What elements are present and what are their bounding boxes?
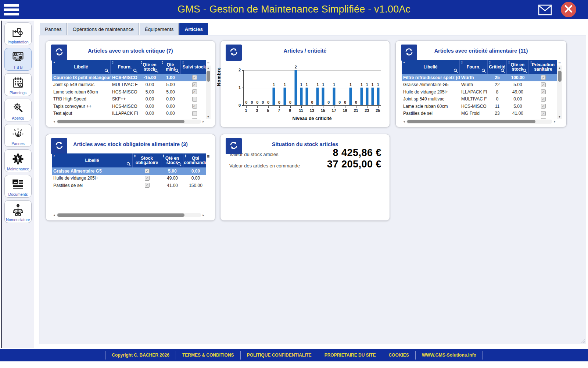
tab-pannes[interactable]: Pannes <box>40 23 67 35</box>
tab-articles[interactable]: Articles <box>179 23 208 35</box>
refresh-button[interactable] <box>51 138 67 154</box>
checkbox-checked[interactable]: ✓ <box>541 82 546 87</box>
column-header[interactable]: ▲▼Qté en stock <box>507 60 529 74</box>
table-row[interactable]: Joint sp 549 multivacMULTIVAC F0.005.00✓ <box>52 81 206 89</box>
column-header[interactable]: ▲Libellé <box>402 60 460 74</box>
column-header[interactable]: ▲▼Fourn. <box>111 60 139 74</box>
horizontal-scroll-thumb[interactable] <box>57 213 184 217</box>
column-header[interactable]: ▲▼Qté commande <box>183 153 208 167</box>
table-row[interactable]: Lame scie ruban 60cmHCS-MISCO115.00✓ <box>402 103 557 110</box>
footer-link-proprietaire-du-site[interactable]: PROPRIETAIRE DU SITE <box>318 351 383 360</box>
scroll-left-button[interactable]: ◄ <box>52 213 57 217</box>
checkbox-unchecked[interactable] <box>192 118 197 119</box>
table-row[interactable]: Pastilles de selMG Froid2341.00✓ <box>402 110 557 117</box>
horizontal-scrollbar[interactable]: ◄► <box>402 119 557 124</box>
sidebar-item-pannes[interactable]: Pannes <box>4 124 32 147</box>
vertical-scrollbar[interactable]: ≡ <box>206 153 211 212</box>
sidebar-item-maintenance[interactable]: Maintenance <box>4 149 32 172</box>
column-header[interactable]: ▲▼Qté en stock <box>139 60 160 74</box>
checkbox-checked[interactable]: ✓ <box>192 75 197 80</box>
column-header[interactable]: ▲Libellé <box>52 60 111 74</box>
footer-link-politique-confidentialite[interactable]: POLITIQUE CONFIDENTIALITE <box>241 351 318 360</box>
vertical-scrollbar[interactable]: ≡▲▼ <box>206 60 211 119</box>
scroll-right-button[interactable]: ► <box>552 119 557 124</box>
table-row[interactable]: Lame scie ruban 60cmHCS-MISCO5.005.00✓ <box>52 88 206 96</box>
table-menu-icon[interactable]: ≡ <box>206 60 211 66</box>
table-row[interactable]: Graisse Alimentaire G5Würth225.00✓ <box>402 81 557 89</box>
column-header[interactable]: ▲Libellé <box>52 153 133 167</box>
sidebar-item-documents[interactable]: Documents <box>4 175 32 198</box>
sidebar-item-apercu[interactable]: Aperçu <box>4 99 32 121</box>
horizontal-scrollbar[interactable]: ◄► <box>52 213 206 217</box>
table-row[interactable]: Filtre refroidisseur spetz (doc)Würth251… <box>402 74 557 81</box>
checkbox-unchecked[interactable] <box>192 111 197 116</box>
vertical-scrollbar[interactable]: ≡▲▼ <box>557 60 562 119</box>
sidebar-item-plannings[interactable]: Plannings <box>4 73 32 96</box>
column-header[interactable]: ▲▼Stock obligatoire <box>133 153 161 167</box>
sidebar-item-implantation[interactable]: Implantation <box>4 22 32 45</box>
checkbox-checked[interactable]: ✓ <box>145 176 150 181</box>
scroll-right-button[interactable]: ► <box>201 119 206 124</box>
checkbox-checked[interactable]: ✓ <box>192 104 197 109</box>
table-menu-icon[interactable]: ≡ <box>206 153 211 159</box>
column-header[interactable]: ▲▼Suivi stock <box>181 60 208 74</box>
refresh-button[interactable] <box>51 45 67 61</box>
column-header[interactable]: ▲▼Précaution sanitaire <box>529 60 558 74</box>
table-row[interactable]: Huile de vidange 205l+ILLAPACK FI849.00✓ <box>402 88 557 96</box>
scroll-right-button[interactable]: ► <box>201 213 206 217</box>
table-row[interactable]: Test ajoutILLAPACK FI0.000.00 <box>52 110 206 117</box>
footer-link-cookies[interactable]: COOKIES <box>382 351 415 360</box>
table-row[interactable]: Roulement 6300SKF++242.00✓ <box>402 117 557 119</box>
tab-op-rations-de-maintenance[interactable]: Opérations de maintenance <box>68 23 139 35</box>
scroll-up-button[interactable]: ▲ <box>206 66 211 70</box>
table-row[interactable]: Graisse Alimentaire G5✓5.000.00 <box>52 167 206 175</box>
table-row[interactable]: TRB High SpeedSKF++0.000.00 <box>52 96 206 103</box>
checkbox-checked[interactable]: ✓ <box>541 89 546 94</box>
sidebar-item-label: T d B <box>14 66 23 70</box>
checkbox-checked[interactable]: ✓ <box>541 111 546 116</box>
checkbox-checked[interactable]: ✓ <box>192 89 197 94</box>
sidebar-item-tdb[interactable]: T d B <box>4 48 32 71</box>
footer-link-www-gms-solutions-info[interactable]: WWW.GMS-Solutions.info <box>416 351 483 360</box>
footer-link-termes-conditions[interactable]: TERMES & CONDITIONS <box>176 351 241 360</box>
scroll-left-button[interactable]: ◄ <box>402 119 406 124</box>
table-row[interactable]: Courroie t8 petit mélangeur (dHCS-MISCO-… <box>52 74 206 81</box>
table-row[interactable]: Tapis convoyeur ++HCS-MISCO0.000.00✓ <box>52 103 206 110</box>
column-header[interactable]: ▲▼Fourn. <box>460 60 488 74</box>
checkbox-checked[interactable]: ✓ <box>541 104 546 109</box>
table-row[interactable]: Vis t20Würth0.000.00 <box>52 117 206 119</box>
checkbox-checked[interactable]: ✓ <box>145 183 150 188</box>
footer-link-copyright-c-bacher-2026[interactable]: Copyright C. BACHER 2026 <box>105 351 176 360</box>
mail-button[interactable] <box>538 4 552 15</box>
vertical-scroll-thumb[interactable] <box>558 71 562 82</box>
refresh-button[interactable] <box>401 45 417 61</box>
tab--quipements[interactable]: Équipements <box>140 23 179 35</box>
checkbox-unchecked[interactable] <box>192 97 197 102</box>
checkbox-checked[interactable]: ✓ <box>541 75 546 80</box>
scroll-down-button[interactable]: ▼ <box>557 114 562 119</box>
table-row[interactable]: Pastilles de sel✓41.00150.00 <box>52 182 206 189</box>
horizontal-scroll-thumb[interactable] <box>407 120 535 123</box>
checkbox-checked[interactable]: ✓ <box>541 118 546 119</box>
close-button[interactable] <box>561 2 576 17</box>
horizontal-scrollbar[interactable]: ◄► <box>52 119 206 124</box>
checkbox-checked[interactable]: ✓ <box>145 169 150 173</box>
checkbox-checked[interactable]: ✓ <box>192 82 197 87</box>
column-header[interactable]: ▲▼Qté en stock <box>161 153 183 167</box>
column-header[interactable]: ▲▼Qté mini <box>160 60 181 74</box>
vertical-scroll-thumb[interactable] <box>207 71 210 82</box>
table-row[interactable]: Joint sp 549 multivacMULTIVAC F00.00✓ <box>402 96 557 103</box>
scroll-left-button[interactable]: ◄ <box>52 119 57 124</box>
resize-grip[interactable] <box>581 339 585 343</box>
refresh-button[interactable] <box>226 45 242 61</box>
cell-checkbox: ✓ <box>181 89 206 94</box>
table-menu-icon[interactable]: ≡ <box>557 60 562 66</box>
sidebar-item-nomenclature[interactable]: Nomenclature <box>4 200 32 223</box>
refresh-button[interactable] <box>226 138 242 154</box>
table-row[interactable]: Huile de vidange 205l+✓49.000.00 <box>52 175 206 182</box>
scroll-down-button[interactable]: ▼ <box>206 114 211 119</box>
horizontal-scroll-thumb[interactable] <box>57 120 184 123</box>
scroll-up-button[interactable]: ▲ <box>557 66 562 70</box>
checkbox-checked[interactable]: ✓ <box>541 97 546 102</box>
column-header[interactable]: ▲▼Criticité <box>488 60 507 74</box>
